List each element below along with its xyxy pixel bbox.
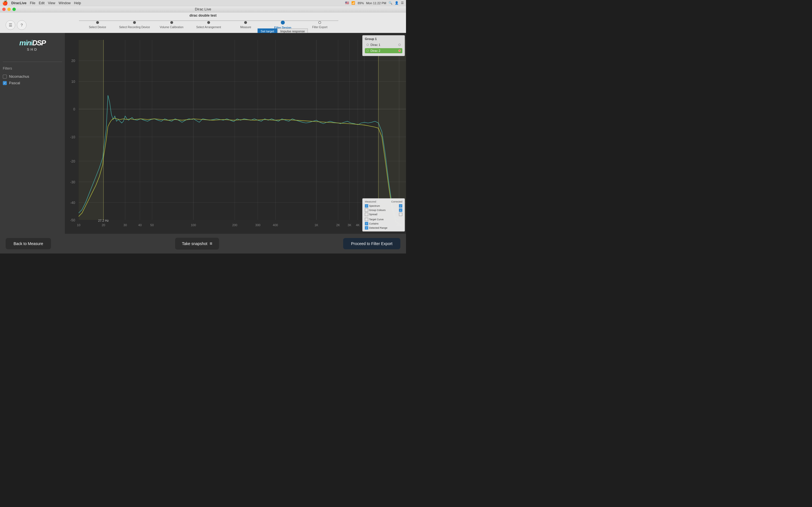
maximize-button[interactable] bbox=[12, 8, 16, 11]
svg-text:-10: -10 bbox=[70, 135, 75, 139]
wifi-icon: 📶 bbox=[351, 1, 355, 5]
step-select-device[interactable]: Select Device bbox=[79, 21, 116, 29]
close-button[interactable] bbox=[2, 8, 6, 11]
apple-menu[interactable]: 🍎 bbox=[2, 0, 8, 6]
legend-spectrum-measured-cb[interactable] bbox=[365, 204, 368, 208]
back-to-measure-button[interactable]: Back to Measure bbox=[6, 238, 51, 249]
svg-text:40: 40 bbox=[138, 223, 142, 227]
title-bar: Dirac Live bbox=[0, 6, 406, 12]
menu-view[interactable]: View bbox=[48, 1, 55, 5]
svg-text:3K: 3K bbox=[348, 223, 352, 227]
svg-text:-20: -20 bbox=[70, 159, 75, 163]
filter-name-pascal: Pascal bbox=[9, 81, 20, 85]
dirac-item-2[interactable]: Dirac 2 bbox=[365, 48, 402, 53]
menu-extra-icon[interactable]: ☰ bbox=[401, 1, 404, 5]
legend-detectedrange-cb[interactable] bbox=[365, 226, 368, 230]
svg-text:400: 400 bbox=[273, 223, 278, 227]
legend-corrected-header: Corrected bbox=[391, 200, 402, 203]
filter-item-nicomachus[interactable]: Nicomachus bbox=[3, 73, 62, 80]
svg-text:20: 20 bbox=[71, 59, 75, 63]
dirac-color-2 bbox=[398, 50, 401, 52]
menu-edit[interactable]: Edit bbox=[39, 1, 45, 5]
search-icon[interactable]: 🔍 bbox=[389, 1, 393, 5]
filter-item-pascal[interactable]: Pascal bbox=[3, 80, 62, 86]
svg-text:100: 100 bbox=[191, 223, 196, 227]
svg-text:-30: -30 bbox=[70, 180, 75, 184]
user-icon[interactable]: 👤 bbox=[395, 1, 399, 5]
filters-section-label: Filters bbox=[3, 66, 12, 70]
dirac-name-1: Dirac 1 bbox=[370, 43, 398, 47]
legend-targetcurve-row: Target Curve bbox=[365, 218, 402, 221]
sidebar-divider-1 bbox=[3, 62, 62, 62]
main-content: miniDSP SHD Filters Nicomachus Pascal bbox=[0, 33, 406, 234]
legend-spread-label: Spread bbox=[369, 213, 399, 216]
svg-text:50: 50 bbox=[150, 223, 154, 227]
legend-groupcolours-row: Group Colours bbox=[365, 209, 402, 212]
step-filter-design[interactable]: Filter Design Set target Impulse respons… bbox=[264, 21, 301, 29]
svg-rect-2 bbox=[79, 40, 103, 220]
legend-detectedrange-label: Detected Range bbox=[369, 226, 388, 229]
filter-name-nicomachus: Nicomachus bbox=[9, 74, 29, 78]
flag-icon: 🇺🇸 bbox=[345, 1, 349, 5]
proceed-to-filter-export-button[interactable]: Proceed to Filter Export bbox=[343, 238, 400, 249]
bottom-bar: Back to Measure Take snapshot ≡ Proceed … bbox=[0, 234, 406, 253]
sidebar-logo: miniDSP SHD bbox=[19, 39, 46, 52]
menu-bar: 🍎 DiracLive File Edit View Window Help 🇺… bbox=[0, 0, 406, 6]
minimize-button[interactable] bbox=[7, 8, 11, 11]
legend-targetcurve-cb[interactable] bbox=[365, 218, 368, 221]
legend-spectrum-row: Spectrum bbox=[365, 204, 402, 208]
svg-text:-40: -40 bbox=[70, 201, 75, 205]
step-filter-export[interactable]: Filter Export bbox=[301, 21, 338, 29]
sidebar: miniDSP SHD Filters Nicomachus Pascal bbox=[0, 33, 65, 234]
legend-detectedrange-row: Detected Range bbox=[365, 226, 402, 230]
svg-text:10: 10 bbox=[77, 223, 80, 227]
legend-spread-measured-cb[interactable] bbox=[365, 213, 368, 216]
legend-spectrum-label: Spectrum bbox=[369, 205, 399, 207]
legend-measured-header: Measured bbox=[365, 200, 376, 203]
dirac-dot-1 bbox=[366, 44, 369, 46]
filter-checkbox-nicomachus[interactable] bbox=[3, 75, 7, 78]
legend-spectrum-corrected-cb[interactable] bbox=[399, 204, 402, 208]
legend-curtains-row: Curtains bbox=[365, 222, 402, 225]
menu-help[interactable]: Help bbox=[74, 1, 81, 5]
project-name: dirac double test bbox=[190, 13, 216, 17]
legend-curtains-label: Curtains bbox=[369, 222, 378, 225]
menu-file[interactable]: File bbox=[30, 1, 35, 5]
clock: Mon 11:22 PM bbox=[366, 1, 386, 5]
dirac-name-2: Dirac 2 bbox=[370, 49, 398, 52]
dirac-dot-2 bbox=[366, 50, 369, 52]
step-select-recording[interactable]: Select Recording Device bbox=[116, 21, 153, 29]
svg-text:10: 10 bbox=[71, 80, 75, 83]
legend-spread-row: Spread bbox=[365, 213, 402, 216]
svg-rect-1 bbox=[79, 40, 406, 220]
svg-text:4K: 4K bbox=[356, 223, 360, 227]
group-label: Group 1 bbox=[365, 37, 402, 41]
snapshot-icon: ≡ bbox=[209, 241, 212, 246]
svg-text:-50: -50 bbox=[70, 218, 75, 222]
legend-groupcolours-corrected-cb[interactable] bbox=[399, 209, 402, 212]
help-button[interactable]: ? bbox=[17, 20, 27, 30]
legend-targetcurve-label: Target Curve bbox=[369, 218, 384, 221]
svg-text:30: 30 bbox=[123, 223, 127, 227]
svg-text:20: 20 bbox=[102, 223, 105, 227]
chart-container: 20 10 0 -10 -20 -30 -40 -50 10 20 30 40 … bbox=[65, 33, 406, 234]
svg-text:1K: 1K bbox=[314, 223, 318, 227]
menu-window[interactable]: Window bbox=[59, 1, 71, 5]
svg-text:200: 200 bbox=[232, 223, 237, 227]
app-menu-name[interactable]: DiracLive bbox=[11, 1, 27, 5]
legend-spread-corrected-cb[interactable] bbox=[399, 213, 402, 216]
legend-groupcolours-label: Group Colours bbox=[369, 209, 399, 212]
app-window: dirac double test ☰ ? Select Device bbox=[0, 12, 406, 253]
dirac-dot-1-right bbox=[398, 44, 401, 46]
dirac-item-1[interactable]: Dirac 1 bbox=[365, 42, 402, 47]
filter-checkbox-pascal[interactable] bbox=[3, 81, 7, 85]
step-measure[interactable]: Measure bbox=[227, 21, 264, 29]
menu-button[interactable]: ☰ bbox=[6, 20, 15, 30]
step-select-arrangement[interactable]: Select Arrangement bbox=[190, 21, 227, 29]
legend-groupcolours-measured-cb[interactable] bbox=[365, 209, 368, 212]
take-snapshot-button[interactable]: Take snapshot ≡ bbox=[175, 238, 219, 249]
svg-text:300: 300 bbox=[255, 223, 260, 227]
svg-text:2K: 2K bbox=[336, 223, 340, 227]
legend-curtains-cb[interactable] bbox=[365, 222, 368, 225]
step-volume-cal[interactable]: Volume Calibration bbox=[153, 21, 190, 29]
